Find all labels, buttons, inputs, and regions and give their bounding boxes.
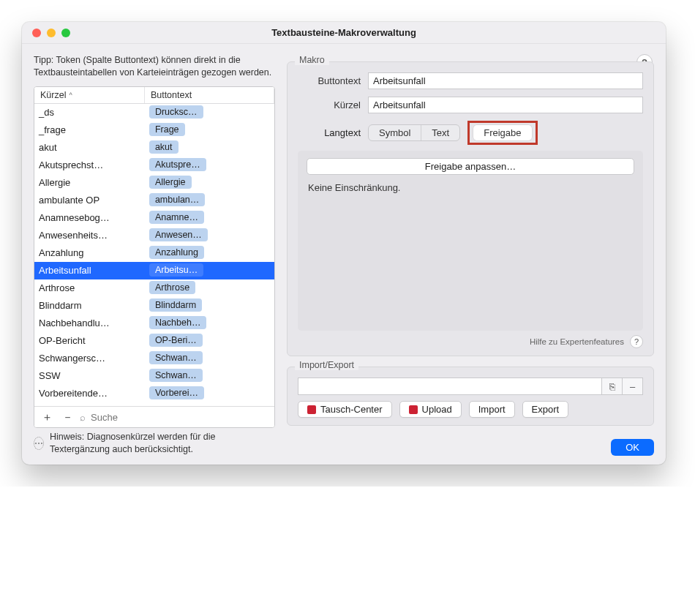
cell-kuerzel: Schwangersc… [34,353,145,364]
buttontext-pill[interactable]: Akutspre… [149,158,206,171]
buttontext-pill[interactable]: akut [149,140,179,154]
cell-kuerzel: ambulante OP [34,195,145,206]
makro-group: Makro Buttontext Kürzel Langtext Symbol … [287,61,654,356]
table-row[interactable]: akutakut [34,139,274,157]
upload-button[interactable]: Upload [399,401,462,418]
cell-kuerzel: akut [34,142,145,153]
import-path-input[interactable] [298,378,602,395]
cell-buttontext: OP-Beri… [145,334,274,347]
buttontext-pill[interactable]: Arbeitsu… [149,263,203,277]
group-label-makro: Makro [295,55,329,65]
browse-button[interactable]: ⎘ [602,378,623,395]
cell-buttontext: Schwan… [145,351,274,364]
table-header: Kürzel ^ Buttontext [34,87,274,104]
import-button[interactable]: Import [469,401,515,418]
column-header-label: Buttontext [151,90,192,100]
clear-path-button[interactable]: – [623,378,643,395]
cell-buttontext: Vorberei… [145,386,274,399]
macro-table: Kürzel ^ Buttontext _dsDrucksc…_frageFra… [34,86,275,429]
ok-button[interactable]: OK [611,439,654,456]
table-row[interactable]: AnzahlungAnzahlung [34,244,274,262]
table-body[interactable]: _dsDrucksc…_frageFrageakutakutAkutsprech… [34,104,274,407]
cell-kuerzel: OP-Bericht [34,335,145,346]
cell-buttontext: ambulan… [145,193,274,206]
buttontext-pill[interactable]: Arthrose [149,281,195,294]
cell-buttontext: Arthrose [145,281,274,294]
search-input[interactable] [89,411,270,424]
cell-buttontext: Frage [145,123,274,136]
cell-buttontext: Blinddarm [145,298,274,312]
table-footer: ＋ － ⌕ [34,406,274,427]
cell-kuerzel: Arthrose [34,282,145,293]
cell-buttontext: Allergie [145,176,274,189]
cell-buttontext: Anamne… [145,211,274,224]
table-row[interactable]: Vorbereitende…Vorberei… [34,385,274,402]
cell-kuerzel: Anamnesebog… [34,212,145,223]
table-row[interactable]: SSWSchwan… [34,367,274,385]
maximize-icon[interactable] [61,29,70,37]
cell-kuerzel: Akutsprechst… [34,159,145,170]
buttontext-pill[interactable]: Frage [149,123,185,136]
tausch-center-button[interactable]: Tausch-Center [298,401,392,418]
table-row[interactable]: Nachbehandlu…Nachbeh… [34,315,274,332]
buttontext-pill[interactable]: OP-Beri… [149,334,203,347]
table-row[interactable]: BlinddarmBlinddarm [34,297,274,315]
table-row[interactable]: _frageFrage [34,121,274,139]
highlight-freigabe: Freigabe [467,121,537,145]
buttontext-pill[interactable]: Anzahlung [149,246,204,259]
buttontext-pill[interactable]: Anwesen… [149,228,208,241]
minimize-icon[interactable] [47,29,56,37]
buttontext-pill[interactable]: Schwan… [149,369,203,382]
tab-text[interactable]: Text [421,125,459,140]
freigabe-anpassen-button[interactable]: Freigabe anpassen… [307,158,634,175]
expert-help-button[interactable]: ? [630,335,643,348]
export-button[interactable]: Export [522,401,569,418]
cell-buttontext: Anwesen… [145,228,274,241]
kuerzel-input[interactable] [368,97,643,113]
search-field[interactable]: ⌕ [80,411,270,424]
buttontext-input[interactable] [368,72,643,89]
buttontext-pill[interactable]: Nachbeh… [149,316,207,329]
table-row[interactable]: Akutsprechst…Akutspre… [34,157,274,174]
table-row[interactable]: AllergieAllergie [34,174,274,192]
column-header-buttontext[interactable]: Buttontext [145,87,274,103]
import-label: Import [478,404,506,415]
langtext-label: Langtext [298,127,361,138]
buttontext-pill[interactable]: Blinddarm [149,298,202,312]
add-button[interactable]: ＋ [39,410,55,424]
buttontext-pill[interactable]: Vorberei… [149,386,204,399]
tab-freigabe[interactable]: Freigabe [473,125,531,140]
tausch-icon [307,405,316,414]
hint-icon: ⋯ [34,437,44,450]
table-row[interactable]: ArbeitsunfallArbeitsu… [34,262,274,279]
cell-buttontext: akut [145,140,274,154]
tip-text: Tipp: Token (Spalte Buttontext) können d… [34,54,275,79]
buttontext-pill[interactable]: Drucksc… [149,105,203,119]
cell-buttontext: Akutspre… [145,158,274,171]
cell-buttontext: Anzahlung [145,246,274,259]
upload-icon [409,405,418,414]
table-row[interactable]: ArthroseArthrose [34,279,274,297]
buttontext-pill[interactable]: Anamne… [149,211,204,224]
langtext-tabs: Symbol Text [368,124,460,141]
titlebar: Textbausteine-Makroverwaltung [22,22,666,44]
column-header-kuerzel[interactable]: Kürzel ^ [34,87,145,103]
tab-symbol[interactable]: Symbol [369,125,421,140]
remove-button[interactable]: － [59,410,75,424]
restriction-text: Keine Einschränkung. [307,182,634,193]
table-row[interactable]: Anwesenheits…Anwesen… [34,227,274,244]
import-export-group: Import/Export ⎘ – Tausch-Center Upload [287,367,654,426]
buttontext-pill[interactable]: Allergie [149,176,192,189]
buttontext-pill[interactable]: ambulan… [149,193,205,206]
buttontext-pill[interactable]: Schwan… [149,351,203,364]
cell-kuerzel: Anwesenheits… [34,230,145,241]
table-row[interactable]: Anamnesebog…Anamne… [34,209,274,227]
table-row[interactable]: Schwangersc…Schwan… [34,350,274,367]
table-row[interactable]: OP-BerichtOP-Beri… [34,332,274,350]
column-header-label: Kürzel [40,90,66,100]
hint-text: Hinweis: Diagnosenkürzel werden für die … [50,431,275,456]
table-row[interactable]: ambulante OPambulan… [34,192,274,209]
table-row[interactable]: _dsDrucksc… [34,104,274,121]
cell-kuerzel: Blinddarm [34,300,145,311]
close-icon[interactable] [32,29,41,37]
